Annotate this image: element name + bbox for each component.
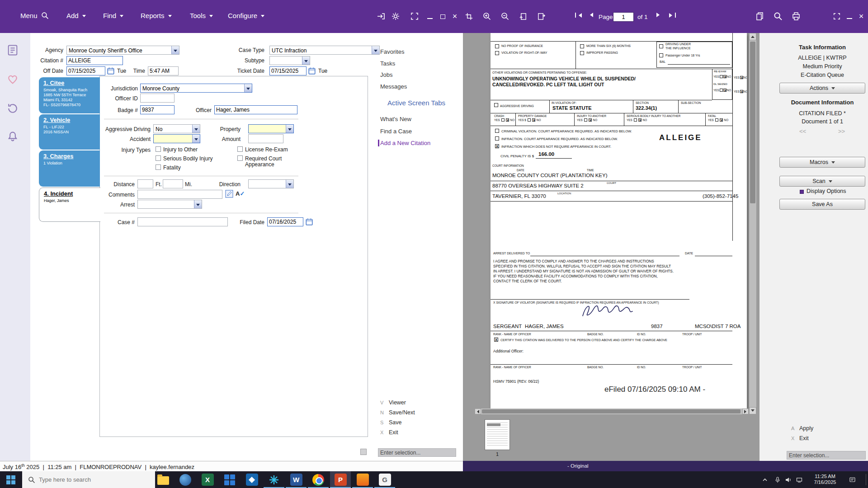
nav-jobs[interactable]: Jobs — [380, 71, 392, 78]
powerpoint-icon[interactable]: P — [330, 471, 351, 488]
calendar-icon[interactable] — [305, 218, 314, 226]
taskbar-search-box[interactable] — [22, 471, 155, 488]
network-icon[interactable] — [794, 471, 805, 488]
filed-date-input[interactable] — [267, 217, 303, 226]
display-options-icon[interactable] — [800, 190, 804, 194]
shortcut-save[interactable]: Save — [389, 419, 402, 426]
menu-configure[interactable]: Configure — [228, 12, 264, 19]
app-blue-circle-icon[interactable] — [175, 471, 196, 488]
dropdown-arrow-icon[interactable] — [286, 125, 293, 133]
shortcut-exit[interactable]: Exit — [389, 429, 398, 436]
bell-icon[interactable] — [6, 130, 19, 143]
minimize-icon[interactable] — [425, 11, 435, 21]
scroll-down-button[interactable] — [749, 407, 756, 414]
fullscreen-window-icon[interactable] — [832, 11, 842, 21]
grip-box[interactable] — [360, 449, 367, 455]
close-window-icon[interactable]: × — [856, 11, 866, 21]
aggressive-driving-select[interactable]: No — [153, 124, 200, 133]
direction-select[interactable] — [248, 179, 294, 188]
page-thumbnail[interactable] — [485, 419, 510, 450]
horizontal-scroll-thumb[interactable] — [482, 409, 741, 413]
spellcheck-icon[interactable]: A✓ — [236, 190, 245, 197]
property-select[interactable] — [248, 124, 294, 133]
agency-select[interactable]: Monroe County Sheriff's Office — [66, 46, 179, 55]
ticket-date-input[interactable] — [269, 66, 307, 75]
distance-mi-input[interactable] — [163, 179, 183, 188]
task-selection-input[interactable] — [787, 451, 866, 460]
previous-document-button[interactable]: << — [799, 128, 806, 135]
subtype-select[interactable] — [269, 56, 310, 65]
fatality-checkbox[interactable] — [156, 164, 161, 170]
jurisdiction-select[interactable]: Monroe County — [140, 84, 252, 93]
case-type-select[interactable]: UTC Infraction — [269, 46, 380, 55]
menu-button[interactable]: Menu — [20, 12, 49, 19]
time-input[interactable] — [148, 66, 179, 75]
license-re-exam-checkbox[interactable] — [237, 146, 243, 152]
last-page-button[interactable] — [669, 13, 676, 18]
print-icon[interactable] — [791, 11, 801, 21]
shortcut-viewer[interactable]: Viewer — [389, 399, 406, 406]
calendar-icon[interactable] — [308, 67, 316, 75]
calendar-icon[interactable] — [107, 67, 115, 75]
maximize-icon[interactable] — [438, 11, 448, 21]
history-icon[interactable] — [6, 102, 19, 115]
dropdown-arrow-icon[interactable] — [286, 180, 293, 188]
exit-app-icon[interactable] — [376, 11, 386, 21]
page-number-input[interactable] — [613, 12, 634, 22]
exit-button[interactable]: Exit — [799, 435, 809, 441]
file-explorer-icon[interactable] — [153, 471, 174, 488]
zoom-in-icon[interactable] — [482, 11, 492, 21]
screen-tab-find-a-case[interactable]: Find a Case — [380, 128, 412, 135]
dropdown-arrow-icon[interactable] — [171, 46, 179, 54]
scroll-left-button[interactable] — [475, 408, 481, 414]
rotate-page-icon[interactable] — [518, 11, 528, 21]
dropdown-arrow-icon[interactable] — [192, 125, 200, 133]
nav-tasks[interactable]: Tasks — [380, 60, 395, 67]
excel-icon[interactable]: X — [197, 471, 218, 488]
export-page-icon[interactable] — [536, 11, 546, 21]
arrest-select[interactable] — [137, 200, 202, 209]
fullscreen-icon[interactable] — [410, 11, 420, 21]
vertical-scroll-thumb[interactable] — [750, 42, 755, 203]
next-document-button[interactable]: >> — [838, 128, 845, 135]
badge-input[interactable] — [140, 105, 175, 114]
accident-select[interactable] — [153, 134, 200, 143]
dropdown-arrow-icon[interactable] — [372, 46, 379, 54]
selection-input[interactable] — [378, 448, 456, 457]
favorites-heart-icon[interactable] — [6, 73, 19, 85]
pan-crop-icon[interactable] — [464, 11, 474, 21]
app-orange-icon[interactable] — [352, 471, 373, 488]
search-input[interactable] — [39, 476, 147, 483]
app-grid-icon[interactable] — [219, 471, 240, 488]
tab-incident[interactable]: 4. Incident Hager, James — [39, 188, 100, 222]
citation-input[interactable] — [66, 56, 123, 65]
menu-tools[interactable]: Tools — [190, 12, 213, 19]
nav-messages[interactable]: Messages — [380, 83, 407, 90]
close-icon[interactable]: × — [450, 11, 460, 21]
microphone-icon[interactable] — [772, 471, 783, 488]
minimize-window-icon[interactable] — [844, 11, 854, 21]
menu-add[interactable]: Add — [66, 12, 86, 19]
screen-tab-whats-new[interactable]: What's New — [380, 116, 411, 122]
dropdown-arrow-icon[interactable] — [192, 135, 200, 143]
actions-button[interactable]: Actions — [779, 83, 865, 94]
serious-bodily-injury-checkbox[interactable] — [156, 155, 161, 161]
off-date-input[interactable] — [66, 66, 105, 75]
search-document-icon[interactable] — [773, 11, 783, 21]
screen-tab-add-new-citation[interactable]: Add a New Citation — [380, 140, 430, 146]
app-blue-tile-icon[interactable] — [241, 471, 262, 488]
tray-expand-icon[interactable] — [760, 471, 770, 488]
shortcut-save-next[interactable]: Save/Next — [389, 409, 415, 416]
amount-input[interactable] — [248, 134, 283, 143]
menu-reports[interactable]: Reports — [141, 12, 172, 19]
start-button[interactable] — [0, 471, 22, 488]
tab-vehicle[interactable]: 2. Vehicle FL - LIFJ22 2016 NISSAN — [39, 114, 100, 150]
menu-find[interactable]: Find — [103, 12, 123, 19]
gear-icon[interactable] — [391, 11, 401, 21]
display-options-link[interactable]: Display Options — [807, 188, 846, 194]
forms-list-icon[interactable] — [6, 44, 19, 56]
next-page-button[interactable] — [656, 13, 662, 17]
app-starburst-icon[interactable] — [264, 471, 284, 488]
dropdown-arrow-icon[interactable] — [302, 56, 310, 65]
scroll-up-button[interactable] — [749, 33, 756, 40]
